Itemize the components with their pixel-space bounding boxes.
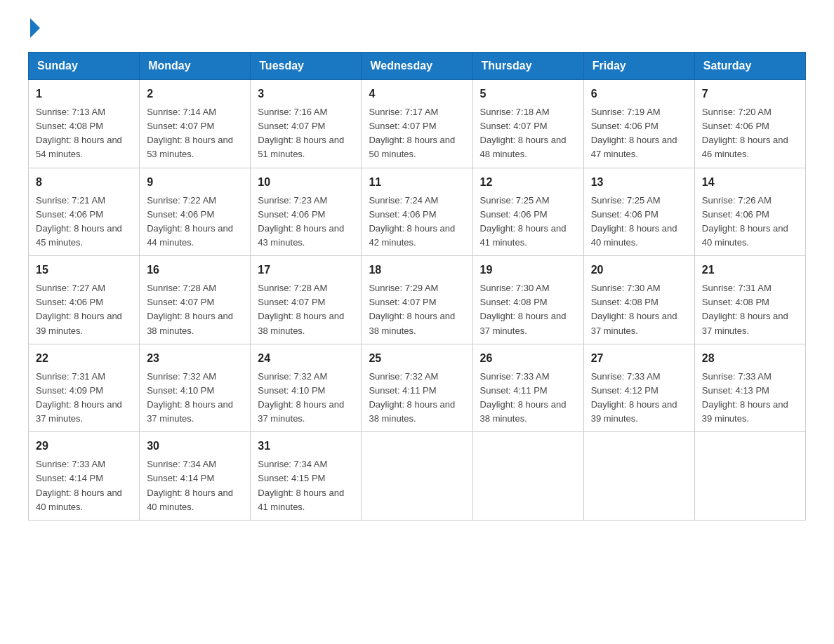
weekday-header-thursday: Thursday [472,53,583,80]
logo-triangle-icon [30,18,40,38]
calendar-cell: 20 Sunrise: 7:30 AMSunset: 4:08 PMDaylig… [583,256,694,344]
day-number: 8 [36,174,132,191]
calendar-cell [472,432,583,521]
calendar-cell: 30 Sunrise: 7:34 AMSunset: 4:14 PMDaylig… [140,432,251,521]
weekday-header-friday: Friday [583,53,694,80]
day-info: Sunrise: 7:28 AMSunset: 4:07 PMDaylight:… [258,283,344,335]
calendar-cell: 7 Sunrise: 7:20 AMSunset: 4:06 PMDayligh… [694,80,805,168]
day-info: Sunrise: 7:20 AMSunset: 4:06 PMDaylight:… [702,107,788,159]
calendar-cell: 3 Sunrise: 7:16 AMSunset: 4:07 PMDayligh… [251,80,362,168]
day-info: Sunrise: 7:32 AMSunset: 4:11 PMDaylight:… [369,371,455,424]
day-info: Sunrise: 7:27 AMSunset: 4:06 PMDaylight:… [36,283,122,335]
day-number: 12 [480,174,576,191]
day-number: 7 [702,86,798,102]
calendar-cell: 18 Sunrise: 7:29 AMSunset: 4:07 PMDaylig… [362,256,472,344]
calendar-cell: 26 Sunrise: 7:33 AMSunset: 4:11 PMDaylig… [472,344,583,432]
weekday-header-wednesday: Wednesday [362,53,472,80]
calendar-cell: 12 Sunrise: 7:25 AMSunset: 4:06 PMDaylig… [472,168,583,256]
day-number: 26 [480,350,576,367]
day-info: Sunrise: 7:33 AMSunset: 4:13 PMDaylight:… [702,371,788,424]
day-info: Sunrise: 7:34 AMSunset: 4:14 PMDaylight:… [147,459,233,511]
day-number: 9 [147,174,243,191]
day-info: Sunrise: 7:16 AMSunset: 4:07 PMDaylight:… [258,107,344,159]
day-number: 25 [369,350,465,367]
day-number: 18 [369,262,465,279]
calendar-week-1: 1 Sunrise: 7:13 AMSunset: 4:08 PMDayligh… [29,80,806,168]
calendar-cell: 21 Sunrise: 7:31 AMSunset: 4:08 PMDaylig… [694,256,805,344]
calendar-cell: 31 Sunrise: 7:34 AMSunset: 4:15 PMDaylig… [251,432,362,521]
day-info: Sunrise: 7:32 AMSunset: 4:10 PMDaylight:… [147,371,233,424]
calendar-week-3: 15 Sunrise: 7:27 AMSunset: 4:06 PMDaylig… [29,256,806,344]
calendar-cell: 8 Sunrise: 7:21 AMSunset: 4:06 PMDayligh… [29,168,140,256]
day-number: 4 [369,86,465,102]
calendar-cell [694,432,805,521]
weekday-header-monday: Monday [140,53,251,80]
calendar-week-2: 8 Sunrise: 7:21 AMSunset: 4:06 PMDayligh… [29,168,806,256]
day-number: 5 [480,86,576,102]
day-number: 29 [36,438,132,455]
calendar-cell: 22 Sunrise: 7:31 AMSunset: 4:09 PMDaylig… [29,344,140,432]
calendar-cell: 24 Sunrise: 7:32 AMSunset: 4:10 PMDaylig… [251,344,362,432]
day-info: Sunrise: 7:21 AMSunset: 4:06 PMDaylight:… [36,195,122,248]
day-info: Sunrise: 7:26 AMSunset: 4:06 PMDaylight:… [702,195,788,248]
day-info: Sunrise: 7:29 AMSunset: 4:07 PMDaylight:… [369,283,455,335]
calendar-table: SundayMondayTuesdayWednesdayThursdayFrid… [28,52,806,521]
day-number: 11 [369,174,465,191]
calendar-header-row: SundayMondayTuesdayWednesdayThursdayFrid… [29,53,806,80]
day-number: 15 [36,262,132,279]
page-header [28,21,806,38]
logo [28,21,40,38]
day-number: 3 [258,86,354,102]
day-number: 17 [258,262,354,279]
day-info: Sunrise: 7:23 AMSunset: 4:06 PMDaylight:… [258,195,344,248]
day-info: Sunrise: 7:25 AMSunset: 4:06 PMDaylight:… [591,195,677,248]
calendar-cell: 23 Sunrise: 7:32 AMSunset: 4:10 PMDaylig… [140,344,251,432]
day-info: Sunrise: 7:34 AMSunset: 4:15 PMDaylight:… [258,459,344,511]
calendar-cell: 27 Sunrise: 7:33 AMSunset: 4:12 PMDaylig… [583,344,694,432]
day-info: Sunrise: 7:30 AMSunset: 4:08 PMDaylight:… [591,283,677,335]
day-number: 24 [258,350,354,367]
day-info: Sunrise: 7:17 AMSunset: 4:07 PMDaylight:… [369,107,455,159]
day-info: Sunrise: 7:14 AMSunset: 4:07 PMDaylight:… [147,107,233,159]
calendar-cell [583,432,694,521]
calendar-cell: 13 Sunrise: 7:25 AMSunset: 4:06 PMDaylig… [583,168,694,256]
calendar-cell: 15 Sunrise: 7:27 AMSunset: 4:06 PMDaylig… [29,256,140,344]
day-info: Sunrise: 7:18 AMSunset: 4:07 PMDaylight:… [480,107,567,159]
day-number: 23 [147,350,243,367]
day-number: 1 [36,86,132,102]
calendar-cell: 29 Sunrise: 7:33 AMSunset: 4:14 PMDaylig… [29,432,140,521]
calendar-cell: 6 Sunrise: 7:19 AMSunset: 4:06 PMDayligh… [583,80,694,168]
day-number: 13 [591,174,687,191]
weekday-header-tuesday: Tuesday [251,53,362,80]
day-number: 20 [591,262,687,279]
day-number: 30 [147,438,243,455]
day-info: Sunrise: 7:33 AMSunset: 4:14 PMDaylight:… [36,459,122,511]
day-number: 2 [147,86,243,102]
calendar-cell: 9 Sunrise: 7:22 AMSunset: 4:06 PMDayligh… [140,168,251,256]
weekday-header-sunday: Sunday [29,53,140,80]
day-number: 22 [36,350,132,367]
calendar-cell: 5 Sunrise: 7:18 AMSunset: 4:07 PMDayligh… [472,80,583,168]
calendar-week-4: 22 Sunrise: 7:31 AMSunset: 4:09 PMDaylig… [29,344,806,432]
calendar-cell: 14 Sunrise: 7:26 AMSunset: 4:06 PMDaylig… [694,168,805,256]
day-info: Sunrise: 7:22 AMSunset: 4:06 PMDaylight:… [147,195,233,248]
calendar-cell: 2 Sunrise: 7:14 AMSunset: 4:07 PMDayligh… [140,80,251,168]
day-number: 16 [147,262,243,279]
day-number: 27 [591,350,687,367]
calendar-cell: 4 Sunrise: 7:17 AMSunset: 4:07 PMDayligh… [362,80,472,168]
day-info: Sunrise: 7:31 AMSunset: 4:08 PMDaylight:… [702,283,788,335]
day-number: 19 [480,262,576,279]
day-info: Sunrise: 7:31 AMSunset: 4:09 PMDaylight:… [36,371,122,424]
day-info: Sunrise: 7:25 AMSunset: 4:06 PMDaylight:… [480,195,567,248]
day-number: 31 [258,438,354,455]
day-info: Sunrise: 7:33 AMSunset: 4:11 PMDaylight:… [480,371,567,424]
calendar-cell: 25 Sunrise: 7:32 AMSunset: 4:11 PMDaylig… [362,344,472,432]
day-info: Sunrise: 7:19 AMSunset: 4:06 PMDaylight:… [591,107,677,159]
calendar-cell: 16 Sunrise: 7:28 AMSunset: 4:07 PMDaylig… [140,256,251,344]
weekday-header-saturday: Saturday [694,53,805,80]
day-info: Sunrise: 7:28 AMSunset: 4:07 PMDaylight:… [147,283,233,335]
day-info: Sunrise: 7:33 AMSunset: 4:12 PMDaylight:… [591,371,677,424]
day-info: Sunrise: 7:13 AMSunset: 4:08 PMDaylight:… [36,107,122,159]
day-number: 6 [591,86,687,102]
calendar-week-5: 29 Sunrise: 7:33 AMSunset: 4:14 PMDaylig… [29,432,806,521]
